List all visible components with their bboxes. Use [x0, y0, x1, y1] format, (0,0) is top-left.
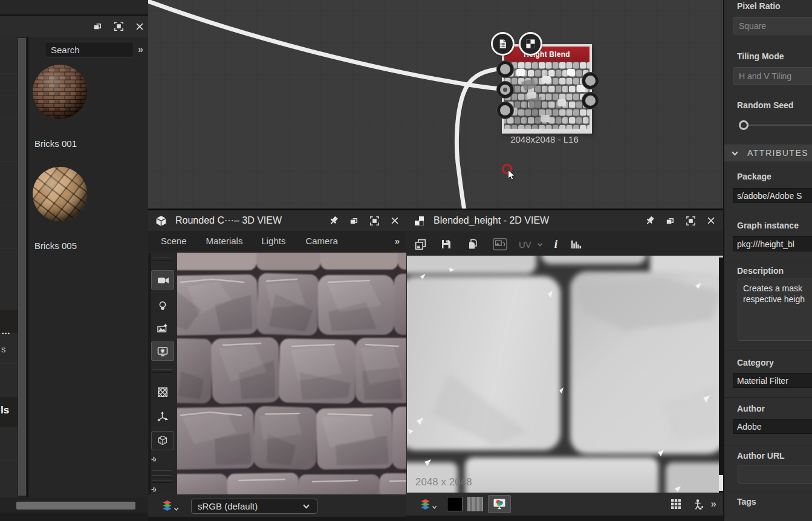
- view3d-titlebar[interactable]: Rounded C···– 3D VIEW: [148, 210, 406, 231]
- toolbar-grip[interactable]: [152, 475, 172, 478]
- description-label: Description: [737, 266, 784, 276]
- menu-overflow-chevrons[interactable]: »: [395, 236, 398, 246]
- package-field[interactable]: s/adobe/Adobe S: [733, 188, 812, 203]
- tile-grid-icon[interactable]: [670, 498, 682, 510]
- tree-row[interactable]: [0, 118, 18, 140]
- tree-row[interactable]: [0, 161, 18, 184]
- material-label-bricks-005[interactable]: Bricks 005: [34, 241, 77, 251]
- view3d-menubar: Scene Materials Lights Camera »: [148, 231, 406, 251]
- pixel-ratio-dropdown[interactable]: Square: [733, 17, 812, 34]
- view2d-titlebar[interactable]: Blended_height - 2D VIEW: [406, 210, 723, 231]
- menu-scene[interactable]: Scene: [161, 236, 187, 246]
- tree-row[interactable]: [0, 436, 18, 458]
- node-output-port-2[interactable]: [582, 92, 599, 109]
- chevron-down-icon[interactable]: [174, 506, 179, 511]
- stacked-views-icon[interactable]: [414, 238, 427, 251]
- maximize-window-icon[interactable]: [369, 215, 380, 227]
- search-options-chevrons[interactable]: »: [138, 44, 142, 55]
- tree-row[interactable]: [0, 95, 18, 118]
- author-url-label: Author URL: [737, 451, 785, 461]
- random-seed-slider-track[interactable]: [749, 125, 812, 126]
- axes-tool-button[interactable]: [151, 407, 174, 426]
- category-field[interactable]: Material Filter: [733, 373, 812, 388]
- gray-pattern-swatch[interactable]: [467, 497, 483, 511]
- search-input[interactable]: Search: [45, 42, 134, 57]
- node-height-blend[interactable]: Height Blend: [502, 44, 592, 134]
- view3d-viewport[interactable]: [177, 253, 406, 494]
- tree-item-s[interactable]: s: [1, 344, 6, 354]
- maximize-window-icon[interactable]: [685, 215, 697, 227]
- light-tool-button[interactable]: [151, 296, 174, 316]
- node-badge-output-preview[interactable]: [519, 32, 542, 56]
- pin-icon[interactable]: [645, 215, 655, 226]
- layers-icon[interactable]: [161, 500, 173, 511]
- close-window-icon[interactable]: [706, 216, 716, 225]
- toolbar-grip[interactable]: [152, 257, 172, 260]
- port-dot: [503, 88, 507, 92]
- view3d-title: Rounded C···– 3D VIEW: [175, 215, 282, 226]
- author-field[interactable]: Adobe: [733, 419, 812, 434]
- description-textarea[interactable]: Creates a mask respective heigh: [738, 279, 812, 341]
- geometry-tool-button[interactable]: [151, 383, 174, 402]
- material-thumbnail-bricks-001[interactable]: [32, 64, 88, 120]
- node-badge-document[interactable]: [491, 32, 515, 56]
- color-display-toggle[interactable]: [488, 495, 511, 513]
- author-url-field[interactable]: [738, 465, 812, 484]
- group-separator: [724, 397, 812, 398]
- colorspace-dropdown[interactable]: sRGB (default): [191, 499, 317, 514]
- float-window-icon[interactable]: [349, 216, 359, 226]
- node-output-port-1[interactable]: [582, 73, 599, 89]
- tree-row[interactable]: [0, 248, 18, 271]
- toolbar-grip[interactable]: [152, 369, 172, 373]
- library-panel-titlebar[interactable]: [0, 16, 148, 37]
- pin-icon[interactable]: [328, 215, 339, 226]
- material-label-bricks-001[interactable]: Bricks 001: [34, 138, 77, 149]
- camera-tool-button[interactable]: [151, 270, 174, 290]
- node-input-port-1[interactable]: [497, 61, 513, 77]
- layers-icon[interactable]: [420, 499, 431, 510]
- node-input-port-2[interactable]: [497, 82, 513, 98]
- information-icon[interactable]: i: [554, 238, 557, 251]
- menu-materials[interactable]: Materials: [206, 236, 243, 246]
- histogram-icon[interactable]: [570, 238, 582, 250]
- save-icon[interactable]: [440, 238, 452, 250]
- tiling-mode-dropdown[interactable]: H and V Tiling: [733, 67, 812, 85]
- graph-instance-field[interactable]: pkg:///height_bl: [733, 236, 812, 251]
- transform-image-icon[interactable]: [492, 237, 508, 251]
- environment-tool-button[interactable]: [151, 319, 174, 338]
- toolbar-grip[interactable]: [152, 480, 172, 483]
- float-window-icon[interactable]: [93, 21, 103, 31]
- view2d-heightmap-image[interactable]: 2048 x 2048: [407, 256, 723, 493]
- tree-row[interactable]: [0, 363, 18, 386]
- attributes-section-header[interactable]: ATTRIBUTES: [724, 144, 812, 161]
- display-settings-button[interactable]: [151, 341, 174, 361]
- mannequin-icon[interactable]: [692, 499, 704, 510]
- tree-item-ellipsis[interactable]: …: [1, 326, 10, 336]
- pixel-ratio-label: Pixel Ratio: [737, 1, 781, 11]
- node-input-port-3[interactable]: [497, 102, 513, 118]
- chevron-down-icon[interactable]: [537, 242, 543, 247]
- random-seed-slider-knob[interactable]: [739, 120, 749, 130]
- menu-lights[interactable]: Lights: [261, 236, 285, 246]
- float-window-icon[interactable]: [665, 216, 675, 226]
- library-vertical-scrollbar-handle[interactable]: [18, 38, 26, 496]
- footer-more-chevrons[interactable]: »: [711, 498, 715, 510]
- copy-icon[interactable]: [467, 238, 479, 250]
- chevron-down-icon[interactable]: [432, 505, 437, 510]
- material-thumbnail-bricks-005[interactable]: [32, 166, 88, 222]
- maximize-window-icon[interactable]: [113, 21, 125, 32]
- menu-camera[interactable]: Camera: [305, 236, 337, 246]
- close-window-icon[interactable]: [135, 22, 145, 31]
- random-dice-button[interactable]: [151, 431, 174, 450]
- uv-mode-label[interactable]: UV: [519, 239, 531, 250]
- tree-row[interactable]: [0, 73, 18, 95]
- tree-item-ls[interactable]: ls: [1, 404, 9, 416]
- tiling-mode-label: Tiling Mode: [737, 51, 784, 61]
- tree-row[interactable]: [0, 460, 18, 482]
- library-horizontal-scrollbar[interactable]: [16, 502, 135, 510]
- library-tree-rail[interactable]: … s ls: [0, 37, 18, 497]
- toolbar-grip[interactable]: [152, 470, 172, 473]
- close-window-icon[interactable]: [390, 216, 400, 225]
- tree-row[interactable]: [0, 205, 18, 227]
- background-color-swatch[interactable]: [447, 497, 463, 511]
